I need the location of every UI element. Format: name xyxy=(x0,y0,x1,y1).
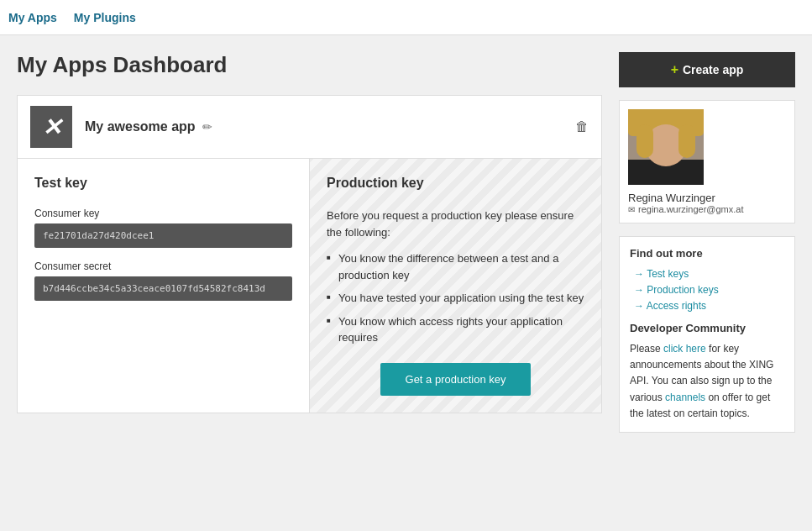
find-out-more-title: Find out more xyxy=(630,247,784,260)
developer-community-text: Please click here for key announcements … xyxy=(630,341,784,422)
email-icon: ✉ xyxy=(628,205,635,214)
page-title: My Apps Dashboard xyxy=(17,52,602,78)
user-email-text: regina.wurzinger@gmx.at xyxy=(638,204,744,214)
sidebar-link-access-rights[interactable]: Access rights xyxy=(630,300,784,312)
sidebar-link-production-keys[interactable]: Production keys xyxy=(630,284,784,296)
keys-section: Test key Consumer key fe21701da27d420dce… xyxy=(17,159,602,413)
nav-my-apps[interactable]: My Apps xyxy=(8,11,57,24)
developer-community-title: Developer Community xyxy=(630,322,784,334)
app-name-row: My awesome app ✏ xyxy=(85,119,575,134)
create-app-label: Create app xyxy=(683,63,743,76)
production-key-title: Production key xyxy=(327,176,584,191)
checklist-item-2: You know which access rights your applic… xyxy=(327,313,584,346)
find-out-more-section: Find out more Test keys Production keys … xyxy=(619,236,795,433)
checklist-item-0: You know the difference between a test a… xyxy=(327,250,584,283)
sidebar-link-test-keys[interactable]: Test keys xyxy=(630,268,784,280)
nav-my-plugins[interactable]: My Plugins xyxy=(74,11,136,24)
plus-icon: + xyxy=(671,62,678,76)
create-app-button[interactable]: +Create app xyxy=(619,52,795,87)
left-column: My Apps Dashboard ✕ My awesome app ✏ 🗑 T… xyxy=(17,52,602,433)
user-avatar-section: Regina Wurzinger ✉ regina.wurzinger@gmx.… xyxy=(619,100,795,223)
production-key-panel: Production key Before you request a prod… xyxy=(310,159,601,413)
checklist-item-1: You have tested your application using t… xyxy=(327,290,584,307)
test-key-panel: Test key Consumer key fe21701da27d420dce… xyxy=(18,159,310,413)
app-logo: ✕ xyxy=(30,106,72,148)
dev-text-before: Please xyxy=(630,343,663,355)
app-header: ✕ My awesome app ✏ 🗑 xyxy=(17,95,602,159)
user-email: ✉ regina.wurzinger@gmx.at xyxy=(628,204,744,214)
production-checklist: You know the difference between a test a… xyxy=(327,250,584,346)
test-key-title: Test key xyxy=(34,176,292,191)
right-column: +Create app Regina Wurzinger xyxy=(619,52,795,433)
top-navigation: My Apps My Plugins xyxy=(0,0,812,35)
consumer-key-label: Consumer key xyxy=(34,208,292,219)
main-container: My Apps Dashboard ✕ My awesome app ✏ 🗑 T… xyxy=(0,35,812,450)
edit-icon[interactable]: ✏ xyxy=(202,120,212,134)
consumer-secret-value[interactable]: b7d446ccbe34c5a33ceace0107fd54582fc8413d xyxy=(34,276,292,301)
user-avatar xyxy=(628,109,704,185)
production-key-intro: Before you request a production key plea… xyxy=(327,208,584,240)
get-production-key-button[interactable]: Get a production key xyxy=(380,363,532,396)
click-here-link[interactable]: click here xyxy=(663,343,706,355)
app-logo-letter: ✕ xyxy=(42,113,61,141)
user-name: Regina Wurzinger xyxy=(628,192,715,204)
channels-link[interactable]: channels xyxy=(665,392,705,403)
delete-icon[interactable]: 🗑 xyxy=(575,119,589,134)
consumer-secret-label: Consumer secret xyxy=(34,260,292,272)
consumer-key-value[interactable]: fe21701da27d420dcee1 xyxy=(34,223,292,248)
app-name: My awesome app xyxy=(85,119,196,134)
